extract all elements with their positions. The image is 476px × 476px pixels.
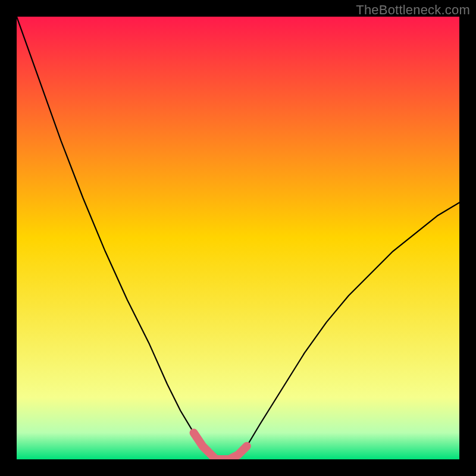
watermark-text: TheBottleneck.com <box>356 2 470 18</box>
gradient-background <box>17 17 459 459</box>
bottleneck-curve-chart <box>17 17 459 459</box>
chart-frame: TheBottleneck.com <box>0 0 476 476</box>
plot-area <box>17 17 459 459</box>
